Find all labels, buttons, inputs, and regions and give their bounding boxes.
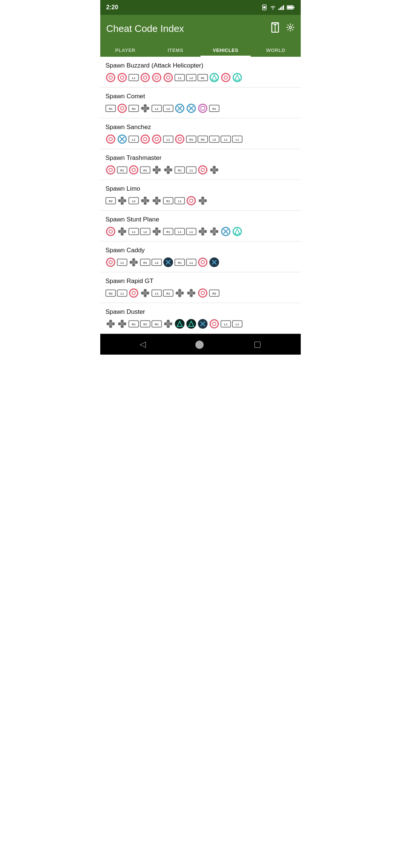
circle-button <box>163 72 173 83</box>
cheat-item[interactable]: Spawn Caddy L1 R1 L2 R1 <box>100 241 301 272</box>
L1-button: L1 <box>163 134 173 144</box>
L1-button: L1 <box>221 319 231 329</box>
dpad-button <box>209 165 219 175</box>
svg-rect-4 <box>280 7 281 10</box>
cheat-item[interactable]: Spawn Sanchez L1 L1 R1 R2 <box>100 118 301 149</box>
svg-point-14 <box>109 76 113 79</box>
L1-button: L1 <box>175 195 185 206</box>
tab-player[interactable]: PLAYER <box>100 42 150 57</box>
R2-button: R2 <box>105 195 116 206</box>
svg-text:L2: L2 <box>132 200 136 203</box>
cheat-buttons: L1 L2 R1 L1 L1 <box>105 226 296 237</box>
cheat-item[interactable]: Spawn Buzzard (Attack Helicopter) L1 L1 … <box>100 57 301 88</box>
cheat-item[interactable]: Spawn Limo R2 L2 <box>100 180 301 211</box>
cheat-name: Spawn Caddy <box>105 247 296 254</box>
cheat-name: Spawn Stunt Plane <box>105 216 296 223</box>
cheat-item[interactable]: Spawn Trashmaster R1 R1 <box>100 149 301 180</box>
circle-button <box>151 72 162 83</box>
circle-button <box>105 257 116 267</box>
svg-point-226 <box>132 292 136 295</box>
tab-items[interactable]: ITEMS <box>150 42 200 57</box>
svg-point-195 <box>107 258 115 266</box>
svg-point-93 <box>132 168 136 172</box>
R1-button: R1 <box>186 134 196 144</box>
R1-button: R1 <box>163 288 173 298</box>
svg-text:R1: R1 <box>143 323 147 326</box>
svg-point-71 <box>144 138 147 141</box>
R1-button: R1 <box>128 319 139 329</box>
wifi-icon <box>270 5 276 10</box>
svg-marker-194 <box>235 229 240 234</box>
L1-button: L1 <box>117 288 127 298</box>
svg-text:L1: L1 <box>132 76 136 80</box>
L2-button: L2 <box>128 195 139 206</box>
settings-icon[interactable] <box>286 23 295 34</box>
cheat-buttons: R2 L2 R1 <box>105 195 296 206</box>
R1-button: R1 <box>140 165 150 175</box>
svg-text:R1: R1 <box>178 261 182 264</box>
dpad-button <box>163 319 173 329</box>
svg-text:R2: R2 <box>132 107 136 111</box>
bottom-nav: ◁ ⬤ ▢ <box>100 334 301 355</box>
svg-point-73 <box>155 138 159 141</box>
svg-text:L1: L1 <box>189 169 193 172</box>
R1-button: R1 <box>198 72 208 83</box>
svg-text:R1: R1 <box>109 107 113 111</box>
L1-button: L1 <box>186 165 196 175</box>
svg-marker-36 <box>235 75 240 80</box>
cheat-name: Spawn Limo <box>105 185 296 193</box>
tab-world[interactable]: WORLD <box>251 42 301 57</box>
recents-button[interactable]: ▢ <box>254 339 261 349</box>
svg-point-33 <box>222 73 230 82</box>
svg-point-113 <box>201 168 205 172</box>
circle-button <box>105 165 116 175</box>
circle-button <box>221 72 231 83</box>
dpad-button <box>151 165 162 175</box>
tab-bar: PLAYER ITEMS VEHICLES WORLD <box>100 42 301 57</box>
dpad-button <box>175 288 185 298</box>
cheat-item[interactable]: Spawn Duster R1 R1 R1 <box>100 303 301 334</box>
cheat-item[interactable]: Spawn Rapid GT R2 L1 L1 R1 <box>100 272 301 303</box>
R1-button: R1 <box>140 319 150 329</box>
L1-button: L1 <box>128 134 139 144</box>
L2-button: L2 <box>163 103 173 114</box>
dpad-button <box>128 257 139 267</box>
svg-point-20 <box>144 76 147 79</box>
R1-button: R1 <box>117 165 127 175</box>
svg-rect-5 <box>281 6 283 10</box>
cheat-buttons: R1 R1 R1 L1 <box>105 165 296 175</box>
circle-button <box>175 134 185 144</box>
cheat-item[interactable]: Spawn Stunt Plane L1 L2 R1 <box>100 211 301 241</box>
svg-point-225 <box>130 289 138 297</box>
bookmark-icon[interactable] <box>271 22 279 35</box>
dpad-button <box>140 195 150 206</box>
svg-text:L1: L1 <box>224 138 228 141</box>
svg-point-2 <box>273 9 273 10</box>
circle-button <box>151 134 162 144</box>
svg-text:L1: L1 <box>132 230 136 234</box>
R2-button: R2 <box>198 134 208 144</box>
dpad-button <box>186 288 196 298</box>
circle-button <box>198 165 208 175</box>
battery-icon <box>287 5 295 10</box>
dpad-button <box>198 226 208 237</box>
dpad-button <box>198 195 208 206</box>
svg-point-89 <box>109 168 113 172</box>
L1-button: L1 <box>186 226 196 237</box>
cheat-item[interactable]: Spawn Comet R1 R2 L1 L2 <box>100 88 301 118</box>
svg-text:R2: R2 <box>109 292 113 295</box>
svg-text:L2: L2 <box>212 138 216 141</box>
svg-rect-6 <box>283 5 284 10</box>
home-button[interactable]: ⬤ <box>195 339 204 349</box>
svg-text:R1: R1 <box>166 230 170 234</box>
svg-point-22 <box>155 76 159 79</box>
svg-text:L2: L2 <box>166 107 170 111</box>
svg-text:L1: L1 <box>235 138 239 141</box>
triangle-button <box>209 72 219 83</box>
svg-point-285 <box>213 322 216 326</box>
svg-point-19 <box>141 73 149 82</box>
back-button[interactable]: ◁ <box>140 339 146 349</box>
dpad-button <box>117 319 127 329</box>
svg-text:R1: R1 <box>143 261 147 264</box>
tab-vehicles[interactable]: VEHICLES <box>200 42 251 57</box>
